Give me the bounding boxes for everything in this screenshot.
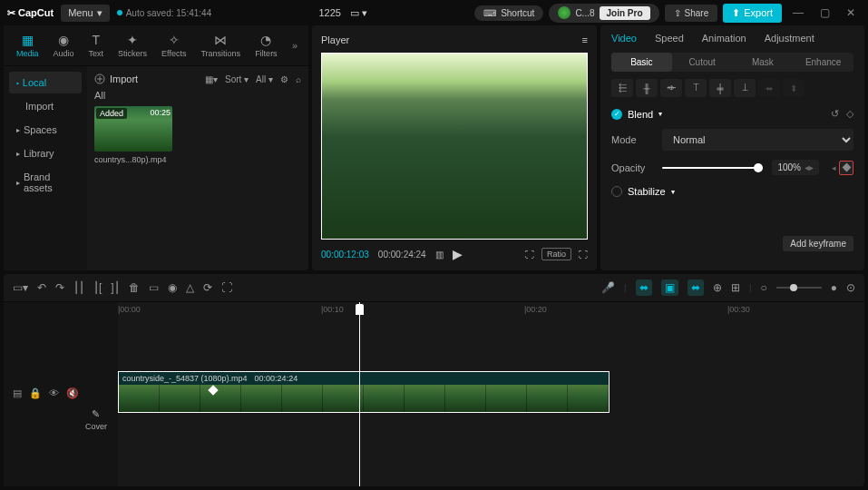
- play-button[interactable]: ▶: [453, 247, 463, 261]
- media-clip[interactable]: Added 00:25 countrys...80p).mp4: [94, 106, 301, 164]
- trim-right-icon[interactable]: ]⎮: [111, 281, 119, 294]
- opacity-value[interactable]: 100%◂▸: [772, 160, 819, 175]
- tab-stickers[interactable]: ✦Stickers: [112, 29, 152, 62]
- tab-speed[interactable]: Speed: [655, 33, 684, 44]
- eye-icon[interactable]: 👁: [49, 387, 59, 399]
- player-menu-icon[interactable]: ≡: [582, 34, 588, 45]
- chevron-down-icon: ▾: [97, 7, 102, 19]
- tab-effects[interactable]: ✧Effects: [156, 29, 191, 62]
- delete-icon[interactable]: 🗑: [129, 281, 140, 294]
- filter-icon[interactable]: ⚙: [280, 74, 288, 84]
- mic-icon[interactable]: 🎤: [601, 281, 615, 294]
- tab-filters[interactable]: ◔Filters: [249, 29, 283, 62]
- export-button[interactable]: ⬆Export: [723, 4, 782, 23]
- subtab-enhance[interactable]: Enhance: [793, 53, 853, 72]
- effects-icon: ✧: [169, 33, 180, 47]
- sort-button[interactable]: Sort ▾: [225, 74, 249, 84]
- preview-icon[interactable]: ⊕: [713, 281, 722, 294]
- snap-icon[interactable]: ▣: [661, 279, 678, 296]
- focus-icon[interactable]: ⛶: [525, 250, 534, 260]
- opacity-slider[interactable]: [662, 167, 763, 169]
- subtab-basic[interactable]: Basic: [611, 53, 672, 72]
- sidebar-item-spaces[interactable]: ▸Spaces: [9, 119, 82, 141]
- subtab-mask[interactable]: Mask: [733, 53, 794, 72]
- ratio-button[interactable]: Ratio: [541, 248, 571, 260]
- selection-tool-icon[interactable]: ▭▾: [13, 281, 28, 294]
- timeline-ruler[interactable]: |00:00 |00:10 |00:20 |00:30: [118, 302, 864, 318]
- magnet-icon[interactable]: ⬌: [636, 279, 652, 296]
- align-bottom-icon[interactable]: ⟘: [734, 79, 756, 97]
- align-left-icon[interactable]: ⬱: [611, 79, 633, 97]
- keyframe-section-icon[interactable]: ◇: [846, 108, 853, 120]
- layers-icon[interactable]: ▤: [13, 387, 22, 399]
- sidebar-item-local[interactable]: •Local: [9, 72, 82, 93]
- rotate-icon[interactable]: ⟳: [203, 281, 212, 294]
- edit-icon: ✎: [92, 408, 100, 420]
- timeline-clip[interactable]: countryside_-_54837 (1080p).mp4 00:00:24…: [118, 371, 610, 413]
- close-icon[interactable]: ✕: [841, 6, 861, 19]
- shortcut-button[interactable]: ⌨Shortcut: [474, 5, 543, 21]
- freeze-icon[interactable]: ▭: [149, 281, 159, 294]
- add-keyframe-tooltip: Add keyframe: [783, 236, 853, 251]
- undo-icon[interactable]: ↶: [37, 281, 46, 294]
- maximize-icon[interactable]: ▢: [814, 6, 835, 19]
- auto-saved-status: Auto saved: 15:41:44: [117, 8, 212, 18]
- stabilize-checkbox[interactable]: [611, 186, 622, 197]
- track-icon[interactable]: ⊞: [731, 281, 740, 294]
- sidebar-item-brand[interactable]: ▸Brand assets: [9, 166, 82, 199]
- grid-view-icon[interactable]: ▦▾: [205, 74, 218, 84]
- crop-icon[interactable]: ⛶: [221, 281, 232, 294]
- user-button[interactable]: C...8Join Pro: [549, 4, 658, 23]
- fullscreen-icon[interactable]: ⛶: [579, 250, 588, 260]
- prev-keyframe-icon[interactable]: ◂: [832, 163, 836, 172]
- playhead[interactable]: [359, 302, 360, 486]
- sidebar-item-import[interactable]: Import: [9, 95, 82, 117]
- align-center-v-icon[interactable]: ╪: [709, 79, 731, 97]
- import-button[interactable]: Import: [94, 74, 138, 84]
- subtab-cutout[interactable]: Cutout: [672, 53, 733, 72]
- tab-media[interactable]: ▦Media: [11, 29, 44, 62]
- add-keyframe-button[interactable]: [839, 161, 853, 175]
- zoom-in-icon[interactable]: ●: [831, 281, 837, 294]
- align-right-icon[interactable]: ⬲: [660, 79, 682, 97]
- tab-adjustment[interactable]: Adjustment: [765, 33, 814, 44]
- mute-icon[interactable]: 🔇: [66, 387, 79, 399]
- minimize-icon[interactable]: —: [787, 6, 809, 19]
- zoom-slider[interactable]: [776, 287, 822, 289]
- align-center-h-icon[interactable]: ╫: [636, 79, 658, 97]
- filter-all-button[interactable]: All ▾: [256, 74, 273, 84]
- tab-animation[interactable]: Animation: [702, 33, 746, 44]
- reset-icon[interactable]: ↺: [831, 108, 839, 120]
- search-icon[interactable]: ⌕: [296, 74, 301, 84]
- redo-icon[interactable]: ↷: [55, 281, 64, 294]
- mirror-icon[interactable]: △: [186, 281, 194, 294]
- menu-button[interactable]: Menu ▾: [61, 5, 110, 22]
- trim-left-icon[interactable]: ⎮[: [93, 281, 102, 294]
- join-pro-badge[interactable]: Join Pro: [600, 6, 650, 20]
- tab-transitions[interactable]: ⋈Transitions: [195, 29, 246, 62]
- mode-select[interactable]: Normal: [662, 129, 853, 151]
- align-top-icon[interactable]: ⟙: [685, 79, 707, 97]
- share-button[interactable]: ⇪Share: [665, 5, 718, 22]
- fit-icon[interactable]: ⊙: [846, 281, 855, 294]
- filters-icon: ◔: [260, 33, 271, 47]
- compare-icon[interactable]: ▥: [435, 250, 444, 260]
- reverse-icon[interactable]: ◉: [168, 281, 177, 294]
- split-icon[interactable]: ⎮⎮: [73, 281, 84, 294]
- link-icon[interactable]: ⬌: [688, 279, 704, 296]
- clip-timeline-dur: 00:00:24:24: [255, 374, 298, 383]
- blend-checkbox[interactable]: ✓: [611, 109, 622, 120]
- tab-audio[interactable]: ◉Audio: [48, 29, 80, 62]
- layout-icon[interactable]: ▭ ▾: [350, 7, 367, 19]
- tab-text[interactable]: TText: [83, 29, 110, 62]
- keyboard-icon: ⌨: [483, 8, 496, 18]
- project-name[interactable]: 1225: [318, 7, 340, 18]
- added-badge: Added: [96, 108, 127, 119]
- player-video[interactable]: [321, 53, 588, 240]
- zoom-out-icon[interactable]: ○: [761, 281, 767, 294]
- lock-icon[interactable]: 🔒: [29, 387, 42, 399]
- tab-video[interactable]: Video: [611, 33, 637, 44]
- sidebar-item-library[interactable]: ▸Library: [9, 142, 82, 164]
- expand-icon[interactable]: »: [288, 36, 301, 54]
- cover-button[interactable]: ✎ Cover: [80, 403, 112, 436]
